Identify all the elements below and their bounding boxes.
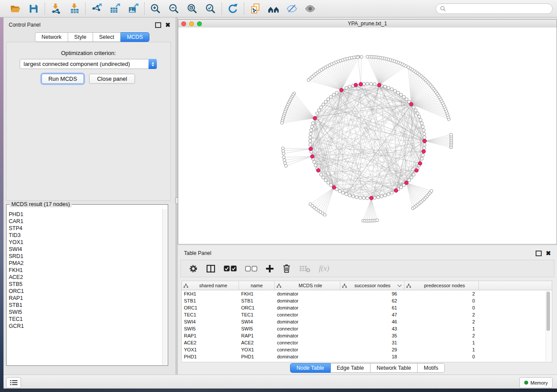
first-neighbors-icon[interactable] — [268, 3, 279, 14]
column-header[interactable]: predecessor nodes — [405, 281, 479, 290]
close-panel-button[interactable]: ✖ — [165, 23, 170, 27]
table-row[interactable]: FKH1FKH1dominator962 — [182, 290, 552, 297]
column-header[interactable]: name — [239, 281, 275, 290]
table-row[interactable]: ACE2ACE2connector311 — [182, 339, 552, 346]
mcds-result-item[interactable]: SRD1 — [9, 253, 162, 260]
mcds-result-item[interactable]: STB1 — [9, 302, 162, 309]
mcds-result-item[interactable]: TID3 — [9, 232, 162, 239]
zoom-fit-icon[interactable] — [187, 3, 198, 14]
tab-network-table[interactable]: Network Table — [370, 363, 418, 373]
tab-motifs[interactable]: Motifs — [418, 363, 445, 373]
deselect-all-rows-icon[interactable] — [245, 266, 257, 272]
search-field[interactable] — [436, 3, 553, 14]
table-cell: ACE2 — [182, 340, 239, 345]
hide-selected-icon[interactable] — [286, 3, 298, 14]
zoom-out-icon[interactable] — [168, 3, 180, 14]
table-row[interactable]: STB1STB1dominator620 — [182, 297, 552, 304]
table-cell: 2 — [405, 333, 479, 338]
float-panel-button[interactable] — [155, 22, 161, 28]
minimize-window-icon[interactable] — [189, 21, 194, 26]
table-scrollbar[interactable] — [546, 291, 551, 361]
table-cell: SWI5 — [182, 326, 239, 331]
memory-label: Memory — [530, 380, 548, 385]
float-table-panel-button[interactable] — [536, 251, 542, 256]
table-cell: ORC1 — [239, 305, 275, 310]
export-table-icon[interactable] — [109, 3, 121, 14]
create-column-plus-icon[interactable] — [266, 265, 274, 273]
table-row[interactable]: TEC1TEC1connector472 — [182, 311, 552, 318]
zoom-selected-icon[interactable] — [205, 3, 216, 14]
optimization-criterion-dropdown[interactable]: largest connected component (undirected) — [20, 59, 157, 69]
table-settings-gear-icon[interactable] — [189, 264, 198, 273]
show-column-panel-icon[interactable] — [206, 264, 215, 273]
export-network-icon[interactable] — [91, 3, 102, 14]
mcds-result-item[interactable]: STB5 — [9, 281, 162, 288]
mcds-result-item[interactable]: GCR1 — [9, 323, 162, 330]
import-table-icon[interactable] — [69, 3, 80, 14]
table-row[interactable]: RAP1RAP1dominator352 — [182, 332, 552, 339]
tab-style[interactable]: Style — [68, 32, 93, 42]
mcds-result-item[interactable]: TEC1 — [9, 316, 162, 323]
table-cell: TEC1 — [182, 312, 239, 317]
apply-layout-icon[interactable] — [227, 3, 239, 14]
control-panel-title: Control Panel — [9, 22, 41, 28]
search-input[interactable] — [449, 5, 548, 12]
open-file-icon[interactable] — [10, 3, 21, 14]
import-network-icon[interactable] — [50, 3, 62, 14]
close-panel-button-mcds[interactable]: Close panel — [89, 74, 135, 84]
memory-button[interactable]: Memory — [519, 377, 553, 388]
table-row[interactable]: PHD1PHD1dominator180 — [182, 353, 552, 360]
close-table-panel-button[interactable]: ✖ — [546, 251, 551, 255]
mcds-result-list[interactable]: PHD1CAR1STP4TID3YOX1SWI4SRD1PMA2FKH1ACE2… — [9, 211, 162, 364]
tab-node-table[interactable]: Node Table — [290, 363, 331, 373]
mcds-result-item[interactable]: CAR1 — [9, 218, 162, 225]
table-cell: STB1 — [239, 298, 275, 303]
save-icon[interactable] — [28, 3, 39, 14]
network-window-titlebar[interactable]: YPA_prune.txt_1 — [178, 20, 557, 28]
show-all-icon[interactable] — [304, 3, 316, 14]
zoom-in-icon[interactable] — [150, 3, 161, 14]
tab-network[interactable]: Network — [35, 32, 68, 42]
table-toolbar: f(x) — [180, 260, 554, 277]
network-canvas[interactable] — [178, 28, 557, 244]
maximize-window-icon[interactable] — [197, 21, 202, 26]
table-cell: connector — [275, 312, 340, 317]
table-row[interactable]: YOX1YOX1connector291 — [182, 346, 552, 353]
table-cell: RAP1 — [239, 333, 275, 338]
table-cell: connector — [275, 326, 340, 331]
tab-mcds[interactable]: MCDS — [121, 32, 149, 42]
tab-select[interactable]: Select — [93, 32, 121, 42]
mcds-result-item[interactable]: YOX1 — [9, 239, 162, 246]
mcds-result-scrollbar[interactable] — [162, 209, 167, 365]
column-header[interactable]: MCDS role — [275, 281, 340, 290]
memory-status-icon — [524, 381, 528, 385]
table-cell: STB1 — [182, 298, 239, 303]
close-window-icon[interactable] — [181, 21, 186, 26]
table-row[interactable]: ORC1ORC1dominator610 — [182, 304, 552, 311]
mcds-result-item[interactable]: SWI4 — [9, 246, 162, 253]
new-network-from-selection-icon[interactable] — [249, 3, 261, 14]
run-mcds-button[interactable]: Run MCDS — [42, 74, 84, 84]
network-graph — [178, 28, 557, 244]
mcds-result-item[interactable]: STP4 — [9, 225, 162, 232]
table-scrollbar-thumb[interactable] — [547, 292, 550, 331]
mcds-result-item[interactable]: RAP1 — [9, 295, 162, 302]
table-row[interactable]: SWI4SWI4dominator462 — [182, 318, 552, 325]
mcds-result-item[interactable]: ORC1 — [9, 288, 162, 295]
mcds-result-item[interactable]: ACE2 — [9, 274, 162, 281]
table-row[interactable]: SWI5SWI5connector431 — [182, 325, 552, 332]
mcds-result-item[interactable]: PMA2 — [9, 260, 162, 267]
mcds-result-item[interactable]: PHD1 — [9, 211, 162, 218]
select-all-rows-icon[interactable] — [224, 265, 237, 272]
column-header[interactable]: successor nodes — [340, 281, 405, 290]
mcds-result-box: MCDS result (17 nodes) PHD1CAR1STP4TID3Y… — [6, 204, 168, 366]
delete-column-trash-icon[interactable] — [282, 264, 291, 273]
table-panel: Table Panel ✖ f(x) shared — [178, 246, 557, 375]
dropdown-value: largest connected component (undirected) — [24, 61, 130, 67]
mcds-result-item[interactable]: SWI5 — [9, 309, 162, 316]
mcds-result-item[interactable]: FKH1 — [9, 267, 162, 274]
tab-edge-table[interactable]: Edge Table — [331, 363, 370, 373]
task-history-button[interactable] — [6, 377, 21, 388]
column-header[interactable]: shared name — [182, 281, 239, 290]
export-image-icon[interactable] — [128, 3, 139, 14]
